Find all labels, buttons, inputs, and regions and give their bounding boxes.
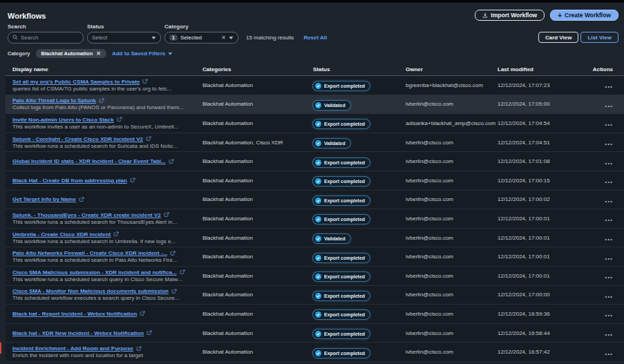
status-badge: Validated <box>313 139 350 148</box>
table-row[interactable]: Global Incident ID stats - XDR Incident … <box>6 152 624 171</box>
table-body: Set all my org's Public CSMA Samples to … <box>6 76 624 362</box>
row-actions-button[interactable]: ••• <box>605 103 613 109</box>
check-circle-icon <box>315 350 321 356</box>
workflow-title-link[interactable]: Palo Alto Threat Logs to Splunk <box>12 97 96 104</box>
workflow-title-link[interactable]: Cisco SMA - Monitor Non Malicious docume… <box>12 288 169 294</box>
status-badge: Export completed <box>313 119 370 128</box>
table-row[interactable]: Set all my org's Public CSMA Samples to … <box>6 76 624 95</box>
table-row[interactable]: Black hat - Report Incident - Webex Noti… <box>6 305 624 324</box>
workflow-owner: ivberlin@cisco.com <box>406 311 498 317</box>
workflow-title-link[interactable]: Black hat - XDR New Incident - Webex Not… <box>12 330 144 336</box>
search-input-wrap[interactable] <box>8 32 84 44</box>
column-last-modified: Last modified <box>498 66 586 73</box>
check-circle-icon <box>315 331 321 337</box>
table-row[interactable]: Get Target Info by Name Blackhat Automat… <box>6 191 624 210</box>
row-actions-button[interactable]: ••• <box>605 198 613 204</box>
external-link-icon <box>79 197 84 202</box>
external-link-icon <box>146 136 151 142</box>
list-view-button[interactable]: List View <box>580 32 618 43</box>
check-circle-icon <box>315 216 321 222</box>
table-row[interactable]: Umbrella - Create Cisco XDR incident Thi… <box>6 229 624 248</box>
row-actions-button[interactable]: ••• <box>605 274 613 280</box>
row-actions-button[interactable]: ••• <box>605 236 613 242</box>
table-row[interactable]: Cisco SMA - Monitor Non Malicious docume… <box>6 286 624 305</box>
row-actions-button[interactable]: ••• <box>605 122 613 128</box>
table-row[interactable]: Cisco SMA Malicious submission - XDR inc… <box>6 267 624 286</box>
table-row[interactable]: Black Hat - Create DB from addressing pl… <box>6 171 624 191</box>
check-circle-icon <box>315 160 321 166</box>
row-actions-button[interactable]: ••• <box>605 141 613 147</box>
workflow-title-link[interactable]: Global Incident ID stats - XDR Incident … <box>12 158 166 164</box>
workflow-title-link[interactable]: Incident Enrichment - Add Room and Purpo… <box>12 345 133 352</box>
workflow-owner: ivberlin@cisco.com <box>406 330 498 336</box>
workflow-title-link[interactable]: Get Target Info by Name <box>12 196 76 202</box>
table-row[interactable]: Palo Alto Networks Firewall - Create Cis… <box>6 247 624 267</box>
column-owner: Owner <box>406 66 498 73</box>
external-link-icon <box>140 311 145 316</box>
workflow-title-link[interactable]: Cisco SMA Malicious submission - XDR inc… <box>12 269 177 276</box>
chevron-down-icon: ▼ <box>151 35 158 40</box>
search-input[interactable] <box>21 35 79 41</box>
workflow-categories: Blackhat Automation <box>202 158 313 164</box>
download-icon <box>482 12 488 18</box>
workflow-description: This workflow runs a scheduled search fo… <box>12 219 202 225</box>
create-workflow-button[interactable]: + Create Workflow <box>550 10 618 21</box>
workflow-owner: ivberlin@cisco.com <box>406 291 498 298</box>
external-link-icon <box>117 117 122 122</box>
table-row[interactable]: Splunk - Corelight - Create Cisco XDR in… <box>6 133 624 153</box>
workflow-last-modified: 12/12/2024, 16:57:42 <box>498 349 586 355</box>
workflow-title-link[interactable]: Umbrella - Create Cisco XDR incident <box>12 231 111 238</box>
category-select[interactable]: 1 Selected ✕ ▼ <box>164 32 238 44</box>
workflow-description: Enrich the incident with room and locati… <box>12 352 202 358</box>
workflow-title-link[interactable]: Splunk. - ThousandEyes - Create XDR crea… <box>12 212 161 218</box>
status-select[interactable]: Select ▼ <box>87 32 161 44</box>
workflow-categories: Blackhat Automation <box>202 215 313 222</box>
table-row[interactable]: Splunk. - ThousandEyes - Create XDR crea… <box>6 209 624 229</box>
column-display-name: Display name <box>6 66 202 73</box>
workflow-owner: ivberlin@cisco.com <box>406 253 498 260</box>
check-circle-icon <box>315 274 321 280</box>
table-row[interactable]: Palo Alto Threat Logs to Splunk Collect … <box>6 95 624 115</box>
page-header: Workflows Import Workflow + Create Workf… <box>0 3 624 21</box>
check-circle-icon <box>315 178 321 184</box>
external-link-icon <box>169 159 174 164</box>
row-actions-button[interactable]: ••• <box>605 312 613 318</box>
category-filter-chip[interactable]: Blackhat Automation ✕ <box>36 49 106 58</box>
clear-category-icon[interactable]: ✕ <box>221 35 226 41</box>
workflow-title-link[interactable]: Set all my org's Public CSMA Samples to … <box>12 79 140 85</box>
row-actions-button[interactable]: ••• <box>605 217 613 223</box>
filter-bar: Search Status Select ▼ Category 1 Select… <box>0 21 624 44</box>
import-workflow-button[interactable]: Import Workflow <box>475 10 545 21</box>
workflow-title-link[interactable]: Splunk - Corelight - Create Cisco XDR in… <box>12 136 143 142</box>
workflow-title-link[interactable]: Invite Non-admin Users to Cisco Stack <box>12 117 114 123</box>
workflow-title-link[interactable]: Black Hat - Create DB from addressing pl… <box>12 178 127 184</box>
card-view-button[interactable]: Card View <box>538 32 579 43</box>
row-actions-button[interactable]: ••• <box>605 179 613 185</box>
row-actions-button[interactable]: ••• <box>605 332 613 338</box>
row-actions-button[interactable]: ••• <box>605 160 613 166</box>
check-circle-icon <box>315 236 321 242</box>
status-badge: Export completed <box>313 291 370 300</box>
row-actions-button[interactable]: ••• <box>605 84 613 90</box>
status-badge: Export completed <box>313 196 370 205</box>
table-row[interactable]: Black hat - XDR New Incident - Webex Not… <box>6 324 624 343</box>
add-to-saved-filters-link[interactable]: Add to Saved Filters ▼ <box>112 50 173 57</box>
workflow-last-modified: 12/12/2024, 17:05:00 <box>498 101 586 107</box>
row-actions-button[interactable]: ••• <box>605 351 613 357</box>
workflow-categories: Blackhat Automation <box>202 273 313 279</box>
check-circle-icon <box>315 140 321 146</box>
workflow-title-link[interactable]: Black hat - Report Incident - Webex Noti… <box>12 311 137 317</box>
search-label: Search <box>8 23 84 30</box>
workflow-categories: Blackhat Automation <box>202 253 313 260</box>
workflow-categories: Blackhat Automation <box>202 82 313 88</box>
workflow-title-link[interactable]: Palo Alto Networks Firewall - Create Cis… <box>12 250 167 256</box>
table-row[interactable]: Incident Enrichment - Add Room and Purpo… <box>6 343 624 362</box>
row-actions-button[interactable]: ••• <box>605 256 613 262</box>
remove-chip-icon[interactable]: ✕ <box>96 50 101 57</box>
workflow-description: This workflow runs a scheduled search fo… <box>12 143 202 149</box>
workflow-owner: ivberlin@cisco.com <box>406 273 498 279</box>
table-row[interactable]: Invite Non-admin Users to Cisco Stack Th… <box>6 114 624 133</box>
reset-all-link[interactable]: Reset All <box>303 35 327 41</box>
workflow-categories: Blackhat Automation <box>202 311 313 317</box>
row-actions-button[interactable]: ••• <box>605 294 613 300</box>
